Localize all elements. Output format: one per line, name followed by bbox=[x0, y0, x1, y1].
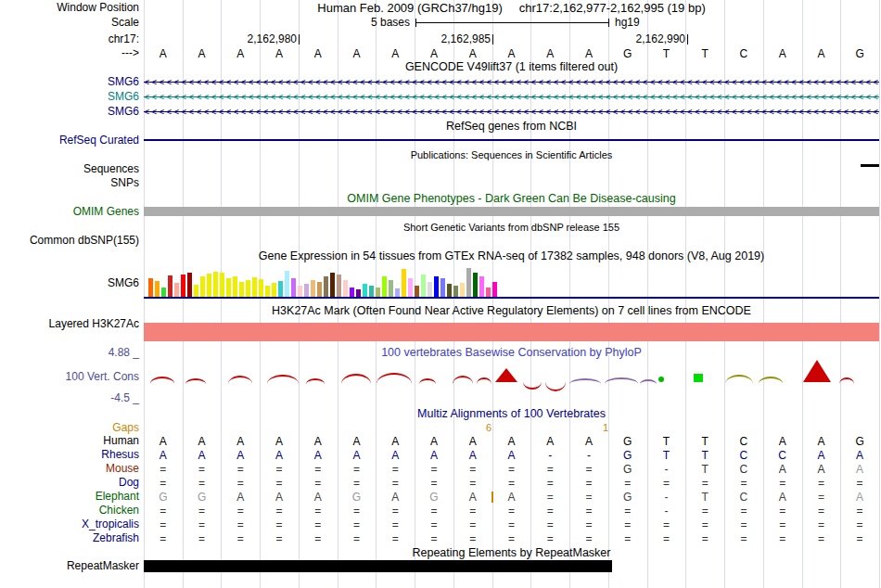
gtex-gene-label[interactable]: SMG6 bbox=[0, 277, 139, 289]
gap-size-1: 1 bbox=[603, 422, 608, 434]
base-cell: = bbox=[453, 518, 492, 531]
base-cell: = bbox=[685, 477, 724, 490]
gencode-transcript-line[interactable]: <<<<<<<<<<<<<<<<<<<<<<<<<<<<<<<<<<<<<<<<… bbox=[144, 92, 879, 102]
base-cell: = bbox=[569, 505, 608, 518]
base-cell: = bbox=[260, 518, 299, 531]
base-cell: A bbox=[221, 449, 260, 462]
scale-bar-right-tick bbox=[608, 19, 609, 27]
gencode-gene-label[interactable]: SMG6 bbox=[0, 91, 139, 103]
conservation-mark bbox=[658, 377, 664, 382]
base-cell: = bbox=[221, 532, 260, 545]
base-gridline bbox=[879, 0, 880, 588]
gtex-tissue-bar bbox=[207, 274, 211, 297]
common-dbsnp-label[interactable]: Common dbSNP(155) bbox=[0, 235, 139, 247]
gencode-transcript-line[interactable]: <<<<<<<<<<<<<<<<<<<<<<<<<<<<<<<<<<<<<<<<… bbox=[144, 107, 879, 117]
gencode-gene-label[interactable]: SMG6 bbox=[0, 106, 139, 118]
species-label-human[interactable]: Human bbox=[0, 435, 139, 447]
conservation-mark bbox=[228, 376, 252, 384]
layered-h3k27ac-label[interactable]: Layered H3K27Ac bbox=[0, 318, 139, 330]
gtex-tissue-bar bbox=[233, 276, 237, 297]
alignment-row-rhesus[interactable]: AAAAAAAAAA--GTTCCAA bbox=[144, 449, 879, 462]
base-cell: = bbox=[685, 505, 724, 518]
species-label-zebrafish[interactable]: Zebrafish bbox=[0, 532, 139, 544]
sequences-label[interactable]: Sequences bbox=[0, 163, 139, 175]
coordinate-0: 2,162,980 bbox=[206, 33, 297, 45]
base-cell: = bbox=[647, 532, 686, 545]
base-cell: A bbox=[376, 491, 415, 504]
base-cell: = bbox=[221, 505, 260, 518]
gencode-gene-label[interactable]: SMG6 bbox=[0, 76, 139, 88]
base-cell: = bbox=[530, 532, 569, 545]
base-cell: A bbox=[840, 491, 879, 504]
base-cell: = bbox=[376, 463, 415, 476]
omim-genes-label[interactable]: OMIM Genes bbox=[0, 206, 139, 218]
base-cell: = bbox=[338, 463, 377, 476]
alignment-row-dog[interactable]: =================== bbox=[144, 477, 879, 490]
base-cell: = bbox=[802, 532, 841, 545]
refseq-curated-line[interactable] bbox=[144, 139, 879, 141]
gtex-tissue-bar bbox=[382, 276, 387, 297]
window-position-label: Window Position bbox=[0, 2, 139, 14]
base-cell: = bbox=[338, 518, 377, 531]
conservation-mark bbox=[185, 378, 206, 384]
base-cell: A bbox=[415, 435, 453, 448]
h3k27ac-signal-bar[interactable] bbox=[144, 323, 879, 341]
base-cell: C bbox=[724, 449, 763, 462]
species-label-dog[interactable]: Dog bbox=[0, 477, 139, 489]
publications-title: Publications: Sequences in Scientific Ar… bbox=[144, 149, 879, 161]
conservation-mark bbox=[694, 374, 703, 382]
repeatmasker-label[interactable]: RepeatMasker bbox=[0, 560, 139, 572]
alignment-row-zebrafish[interactable]: =================== bbox=[144, 532, 879, 545]
gtex-tissue-bar bbox=[389, 280, 393, 297]
h3k27ac-title: H3K27Ac Mark (Often Found Near Active Re… bbox=[144, 305, 879, 317]
gtex-bar-chart[interactable] bbox=[144, 266, 879, 297]
position-range: chr17:2,162,977-2,162,995 (19 bp) bbox=[519, 1, 706, 15]
alignment-row-elephant[interactable]: GGAAAGAGAA==G-TCA=A bbox=[144, 491, 879, 504]
gtex-tissue-bar bbox=[466, 268, 471, 297]
species-label-chicken[interactable]: Chicken bbox=[0, 505, 139, 517]
base-cell: A bbox=[492, 47, 531, 60]
omim-genes-bar[interactable] bbox=[144, 207, 879, 216]
gtex-tissue-bar bbox=[330, 273, 335, 297]
base-cell: = bbox=[724, 505, 763, 518]
gaps-label[interactable]: Gaps bbox=[0, 422, 139, 434]
species-label-mouse[interactable]: Mouse bbox=[0, 463, 139, 475]
gtex-tissue-bar bbox=[376, 288, 380, 297]
chrom-label: chr17: bbox=[0, 33, 139, 45]
base-cell: = bbox=[183, 477, 222, 490]
base-cell: A bbox=[840, 449, 879, 462]
alignment-row-x_tropicalis[interactable]: =================== bbox=[144, 518, 879, 531]
gencode-transcript-line[interactable]: <<<<<<<<<<<<<<<<<<<<<<<<<<<<<<<<<<<<<<<<… bbox=[144, 77, 879, 87]
alignment-row-human[interactable]: AAAAAAAAAAAAGTTCAAG bbox=[144, 435, 879, 448]
refseq-curated-label[interactable]: RefSeq Curated bbox=[0, 134, 139, 147]
gtex-tissue-bar bbox=[356, 289, 361, 297]
phylop-track-label[interactable]: 100 Vert. Cons bbox=[0, 371, 139, 383]
repeatmasker-title: Repeating Elements by RepeatMasker bbox=[144, 547, 879, 559]
gtex-tissue-bar bbox=[148, 278, 153, 297]
coordinate-0-tick bbox=[299, 34, 300, 45]
base-cell: A bbox=[569, 435, 608, 448]
alignment-row-mouse[interactable]: ============G-TCAAA bbox=[144, 463, 879, 476]
base-cell: A bbox=[338, 449, 377, 462]
species-label-elephant[interactable]: Elephant bbox=[0, 491, 139, 503]
gtex-tissue-bar bbox=[363, 284, 367, 297]
alignment-row-chicken[interactable]: =============-===== bbox=[144, 505, 879, 518]
repeat-element-bar[interactable] bbox=[144, 560, 612, 572]
base-cell: A bbox=[840, 463, 879, 476]
species-label-x_tropicalis[interactable]: X_tropicalis bbox=[0, 518, 139, 530]
gtex-tissue-bar bbox=[324, 276, 328, 297]
base-cell: G bbox=[608, 491, 647, 504]
base-cell: A bbox=[802, 47, 841, 60]
base-cell: = bbox=[840, 505, 879, 518]
conservation-mark bbox=[377, 373, 412, 384]
base-cell: = bbox=[802, 491, 841, 504]
base-cell: = bbox=[376, 532, 415, 545]
base-cell: A bbox=[763, 491, 802, 504]
conservation-mark bbox=[725, 375, 753, 384]
sequences-item[interactable] bbox=[861, 164, 879, 167]
base-cell: A bbox=[802, 435, 841, 448]
base-cell: - bbox=[530, 449, 569, 462]
snps-label[interactable]: SNPs bbox=[0, 177, 139, 189]
base-cell: = bbox=[763, 477, 802, 490]
species-label-rhesus[interactable]: Rhesus bbox=[0, 449, 139, 461]
